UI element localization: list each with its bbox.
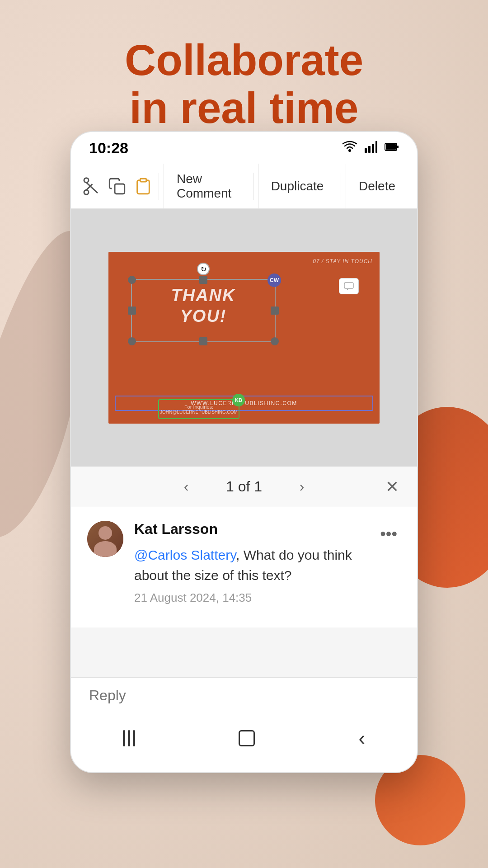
comment-author-row: Kat Larsson @Carlos Slattery, What do yo… bbox=[87, 521, 376, 605]
selected-text-element[interactable]: ↻ THANK YOU! CW bbox=[131, 279, 276, 342]
handle-tm[interactable] bbox=[199, 276, 207, 284]
bottom-nav: ‹ bbox=[71, 713, 417, 772]
paste-button[interactable] bbox=[132, 171, 154, 202]
hero-title-line1: Collaborate bbox=[0, 36, 488, 84]
svg-rect-1 bbox=[365, 148, 367, 153]
svg-rect-2 bbox=[368, 146, 371, 153]
wifi-icon bbox=[342, 140, 357, 156]
svg-rect-3 bbox=[372, 144, 374, 153]
rotate-handle[interactable]: ↻ bbox=[197, 263, 210, 275]
svg-point-8 bbox=[84, 190, 89, 194]
comment-header: Kat Larsson @Carlos Slattery, What do yo… bbox=[87, 521, 401, 605]
reply-section[interactable] bbox=[71, 677, 417, 713]
comment-mention[interactable]: @Carlos Slattery bbox=[134, 547, 236, 562]
home-icon bbox=[239, 730, 255, 746]
signal-icon bbox=[365, 140, 377, 156]
status-icons bbox=[342, 140, 399, 156]
thank-you-text: THANK YOU! bbox=[131, 285, 276, 326]
pagination-bar: ‹ 1 of 1 › ✕ bbox=[71, 467, 417, 507]
comment-more-button[interactable]: ••• bbox=[376, 521, 401, 547]
toolbar: New Comment Duplicate Delete bbox=[71, 164, 417, 209]
svg-rect-6 bbox=[386, 144, 396, 150]
hero-title-line2: in real time bbox=[0, 84, 488, 132]
hero-section: Collaborate in real time bbox=[0, 36, 488, 132]
slide-canvas[interactable]: 07 / STAY IN TOUCH ↻ bbox=[108, 252, 380, 424]
comment-section: Kat Larsson @Carlos Slattery, What do yo… bbox=[71, 507, 417, 627]
phone-frame: 10:28 bbox=[70, 131, 418, 773]
cut-button[interactable] bbox=[80, 171, 102, 202]
close-button[interactable]: ✕ bbox=[385, 477, 399, 496]
toolbar-separator-1 bbox=[159, 173, 159, 200]
nav-back-button[interactable]: ‹ bbox=[341, 720, 384, 757]
comment-date: 21 August 2024, 14:35 bbox=[134, 591, 376, 605]
handle-tl[interactable] bbox=[128, 276, 136, 284]
handle-br[interactable] bbox=[271, 337, 279, 345]
handle-bm[interactable] bbox=[199, 337, 207, 345]
email-label: JOHN@LUCERNEPUBLISHING.COM bbox=[160, 410, 238, 415]
svg-point-9 bbox=[84, 178, 89, 182]
next-page-button[interactable]: › bbox=[289, 474, 314, 500]
status-bar: 10:28 bbox=[71, 132, 417, 164]
new-comment-button[interactable]: New Comment bbox=[164, 164, 249, 208]
prev-page-button[interactable]: ‹ bbox=[174, 474, 199, 500]
nav-home-button[interactable] bbox=[221, 723, 273, 754]
delete-button[interactable]: Delete bbox=[346, 164, 408, 208]
comment-bubble-icon bbox=[339, 278, 359, 294]
duplicate-button[interactable]: Duplicate bbox=[258, 164, 337, 208]
comment-info: Kat Larsson @Carlos Slattery, What do yo… bbox=[134, 521, 376, 605]
pagination-text: 1 of 1 bbox=[226, 478, 262, 495]
avatar-image bbox=[87, 521, 123, 557]
kb-badge: KB bbox=[232, 394, 245, 406]
toolbar-separator-2 bbox=[253, 173, 253, 200]
back-icon: ‹ bbox=[359, 727, 366, 750]
status-time: 10:28 bbox=[89, 139, 128, 157]
comment-badge-cw: CW bbox=[267, 274, 281, 287]
kb-element: For Inquiries: JOHN@LUCERNEPUBLISHING.CO… bbox=[158, 399, 239, 419]
nav-menu-button[interactable] bbox=[105, 723, 153, 754]
svg-rect-7 bbox=[397, 146, 399, 148]
svg-point-0 bbox=[348, 149, 351, 152]
svg-rect-4 bbox=[375, 141, 377, 153]
toolbar-separator-3 bbox=[341, 173, 341, 200]
avatar bbox=[87, 521, 123, 557]
slide-label: 07 / STAY IN TOUCH bbox=[313, 258, 372, 264]
reply-input[interactable] bbox=[89, 687, 399, 704]
svg-rect-13 bbox=[141, 179, 146, 182]
copy-button[interactable] bbox=[106, 171, 128, 202]
comment-author-name: Kat Larsson bbox=[134, 521, 376, 538]
menu-icon bbox=[123, 730, 135, 746]
battery-icon bbox=[385, 141, 399, 155]
handle-bl[interactable] bbox=[128, 337, 136, 345]
svg-rect-12 bbox=[115, 184, 125, 194]
inquiries-label: For Inquiries: bbox=[184, 404, 213, 410]
svg-rect-14 bbox=[344, 283, 353, 288]
comment-text: @Carlos Slattery, What do you think abou… bbox=[134, 545, 376, 585]
canvas-area[interactable]: 07 / STAY IN TOUCH ↻ bbox=[71, 209, 417, 467]
